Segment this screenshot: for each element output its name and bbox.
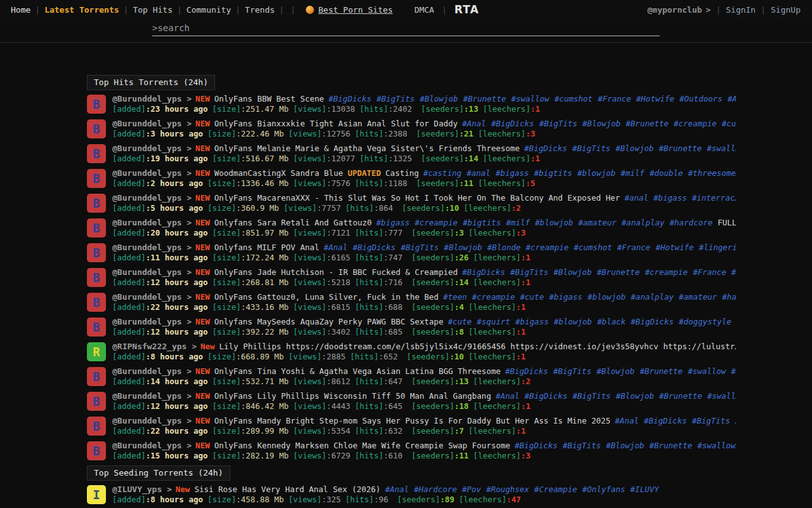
tag-link[interactable]: #amateur — [679, 292, 717, 302]
user-avatar[interactable]: B — [87, 95, 106, 114]
user-avatar[interactable]: B — [87, 293, 106, 312]
tag-link[interactable]: #creampie — [415, 218, 458, 227]
tag-link[interactable]: #Blowjob — [615, 144, 653, 153]
torrent-user-link[interactable]: @Burunddel_yps — [112, 193, 182, 203]
account-label[interactable]: @mypornclub — [647, 5, 702, 15]
torrent-title[interactable]: OnlyFans BBW Best Scene — [214, 94, 324, 104]
tag-link[interactable]: #Brunette — [659, 144, 702, 153]
user-avatar[interactable]: B — [87, 119, 106, 138]
tag-link[interactable]: #Anal — [615, 416, 639, 425]
torrent-user-link[interactable]: @Burunddel_yps — [112, 144, 182, 153]
nav-item-trends[interactable]: Trends — [240, 5, 279, 15]
best-porn-sites-link[interactable]: Best Porn Sites — [306, 5, 393, 15]
tag-link[interactable]: #… — [731, 366, 736, 376]
tag-link[interactable]: #Hardcore — [414, 485, 457, 494]
tag-link[interactable]: #Anal — [324, 243, 348, 252]
user-avatar[interactable]: I — [87, 485, 106, 504]
tag-link[interactable]: #BigDicks — [462, 267, 506, 277]
tag-link[interactable]: #creampie — [472, 292, 515, 302]
torrent-title[interactable]: OnlyFans Mandy Bright Step-mom Says Her … — [214, 416, 611, 425]
tag-link[interactable]: #BigTits — [510, 267, 548, 277]
tag-link[interactable]: #BigTits — [692, 416, 730, 425]
tag-link[interactable]: #Blowjob — [616, 391, 654, 401]
tag-link[interactable]: #Brunette — [597, 267, 640, 277]
tag-link[interactable]: #bigass — [376, 218, 410, 227]
tag-link[interactable]: #Brunette — [649, 441, 692, 450]
tag-link[interactable]: #Blowjob — [606, 441, 644, 450]
tag-link[interactable]: #cumshot — [574, 243, 612, 252]
tag-link[interactable]: #Hotwife — [655, 243, 693, 252]
tag-link[interactable]: #milf — [620, 168, 645, 178]
torrent-title[interactable]: Casting — [386, 168, 419, 178]
dmca-link[interactable]: DMCA — [414, 5, 434, 15]
torrent-user-link[interactable]: @Burunddel_yps — [112, 168, 182, 178]
torrent-title[interactable]: OnlyFans Kennedy Marksen Chloe Mae Wife … — [214, 441, 511, 450]
torrent-user-link[interactable]: @RIPNsfw222_yps — [112, 342, 187, 351]
nav-item-top-hits[interactable]: Top Hits — [128, 5, 177, 15]
user-avatar[interactable]: B — [87, 417, 106, 436]
tag-link[interactable]: #bigass — [549, 292, 582, 302]
user-avatar[interactable]: B — [87, 169, 106, 188]
tag-link[interactable]: #BigDicks — [524, 144, 567, 153]
tag-link[interactable]: #swall… — [707, 391, 736, 401]
tag-link[interactable]: #blowjob — [577, 168, 615, 178]
tag-link[interactable]: #analplay — [622, 218, 665, 227]
torrent-title[interactable]: Onlyfans MaySeeds AquaZay Perky PAWG BBC… — [214, 317, 443, 326]
tag-link[interactable]: #BigDicks — [644, 416, 687, 425]
tag-link[interactable]: #Blonde — [487, 243, 521, 252]
tag-link[interactable]: #Onlyfans — [582, 485, 625, 494]
tag-link[interactable]: #hardcore — [670, 218, 713, 227]
tag-link[interactable]: #bigass — [495, 168, 529, 178]
torrent-title[interactable]: Lily Phillips https://doodstream.com/e/l… — [219, 342, 736, 351]
tag-link[interactable]: #BigTits — [563, 441, 601, 450]
torrent-user-link[interactable]: @Burunddel_yps — [112, 317, 182, 326]
torrent-title[interactable]: OnlyFans Melanie Marie & Agatha Vega Sis… — [214, 144, 520, 153]
tag-link[interactable]: #casting — [423, 168, 461, 178]
torrent-title[interactable]: WoodmanCastingX Sandra Blue — [214, 168, 343, 178]
tag-link[interactable]: #lingeri… — [699, 243, 736, 252]
nav-item-latest-torrents[interactable]: Latest Torrents — [40, 5, 123, 15]
tag-link[interactable]: #Roughsex — [486, 485, 529, 494]
tag-link[interactable]: #BigDicks — [329, 94, 372, 104]
tag-link[interactable]: #BigDicks — [491, 119, 534, 128]
tag-link[interactable]: #teen — [443, 292, 467, 302]
tag-link[interactable]: #BigTits — [539, 119, 577, 128]
torrent-title[interactable]: OnlyFans Gattouz0, Luna Silver, Fuck in … — [214, 292, 439, 302]
tag-link[interactable]: #bigtits — [534, 168, 572, 178]
nav-item-community[interactable]: Community — [182, 5, 235, 15]
tag-link[interactable]: #analplay — [631, 292, 674, 302]
torrent-title[interactable]: OnlyFans Jade Hutchison - IR BBC Fucked … — [214, 267, 458, 277]
tag-link[interactable]: #ha… — [722, 292, 736, 302]
rta-logo[interactable]: RTA — [454, 3, 479, 16]
tag-link[interactable]: #swallow — [511, 94, 549, 104]
torrent-title[interactable]: Sisi Rose Has Very Hard Anal Sex (2026) — [194, 485, 381, 494]
tag-link[interactable]: #BigTits — [553, 366, 591, 376]
tag-link[interactable]: #BigTits — [401, 243, 439, 252]
user-avatar[interactable]: R — [87, 342, 106, 361]
tag-link[interactable]: #creampie — [674, 119, 717, 128]
tag-link[interactable]: #BigDicks — [525, 391, 568, 401]
tag-link[interactable]: #swallow… — [697, 441, 736, 450]
torrent-user-link[interactable]: @Burunddel_yps — [112, 391, 182, 401]
tag-link[interactable]: #BigDicks — [353, 243, 396, 252]
user-avatar[interactable]: B — [87, 144, 106, 163]
user-avatar[interactable]: B — [87, 318, 106, 337]
torrent-title[interactable]: Onlyfans Sara Retali And Gattouz0 — [214, 218, 372, 227]
tag-link[interactable]: #amateur — [579, 218, 617, 227]
user-avatar[interactable]: B — [87, 243, 106, 262]
tag-link[interactable]: #anal — [624, 193, 648, 203]
user-avatar[interactable]: B — [87, 194, 106, 213]
tag-link[interactable]: #blowjob — [587, 292, 625, 302]
torrent-user-link[interactable]: @Burunddel_yps — [112, 218, 182, 227]
torrent-user-link[interactable]: @Burunddel_yps — [112, 292, 182, 302]
tag-link[interactable]: #BigDicks — [631, 317, 674, 326]
tag-link[interactable]: #cute — [520, 292, 544, 302]
tag-link[interactable]: #creampie — [526, 243, 569, 252]
tag-link[interactable]: #cumshot — [554, 94, 593, 104]
search-input[interactable] — [157, 23, 660, 33]
user-avatar[interactable]: B — [87, 367, 106, 386]
signin-link[interactable]: SignIn — [721, 5, 761, 15]
tag-link[interactable]: #creampie — [645, 267, 688, 277]
tag-link[interactable]: #interrac… — [692, 193, 736, 203]
torrent-user-link[interactable]: @ILUVY_yps — [112, 485, 162, 494]
